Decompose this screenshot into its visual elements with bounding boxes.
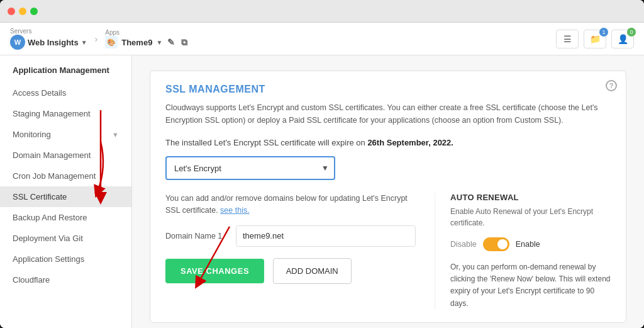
- folder-icon: 📁: [590, 34, 601, 44]
- sidebar-item-staging[interactable]: Staging Management: [0, 103, 131, 124]
- content-area: Application Management Access Details St…: [0, 55, 644, 328]
- add-domain-button[interactable]: ADD DOMAIN: [273, 258, 352, 284]
- external-link-icon[interactable]: ⧉: [180, 36, 189, 49]
- user-icon: 👤: [618, 34, 628, 44]
- list-view-button[interactable]: ☰: [556, 30, 579, 48]
- see-this-link[interactable]: see this.: [220, 206, 250, 215]
- maximize-button[interactable]: [30, 8, 38, 15]
- domain-instruction: You can add and/or remove domains below …: [165, 193, 416, 217]
- list-icon: ☰: [564, 34, 572, 44]
- servers-label: Servers: [10, 28, 31, 35]
- app-selector[interactable]: 🎨 Theme9 ▼ ✎ ⧉: [105, 36, 189, 49]
- breadcrumb: Servers W Web Insights ▼ › Apps 🎨 Theme9…: [10, 28, 189, 50]
- minimize-button[interactable]: [19, 8, 26, 15]
- sidebar-label-cloudflare: Cloudflare: [13, 275, 50, 285]
- domain-instruction-text: You can add and/or remove domains below …: [165, 194, 408, 215]
- chevron-down-icon: ▼: [112, 131, 119, 139]
- sidebar-item-ssl[interactable]: SSL Certificate: [0, 186, 131, 207]
- sidebar-label-staging: Staging Management: [13, 109, 91, 118]
- expiry-notice: The installed Let's Encrypt SSL certific…: [165, 138, 611, 147]
- enable-label: Enable: [516, 240, 540, 249]
- sidebar-item-deployment[interactable]: Deployment Via Git: [0, 228, 131, 249]
- user-button[interactable]: 👤 0: [611, 30, 634, 48]
- topnav-right: ☰ 📁 1 👤 0: [556, 30, 634, 48]
- toggle-track[interactable]: [483, 237, 509, 251]
- server-icon: W: [10, 35, 25, 50]
- server-section: Servers W Web Insights ▼: [10, 28, 87, 50]
- domain-input[interactable]: [236, 225, 416, 247]
- folder-button[interactable]: 📁 1: [584, 30, 606, 48]
- sidebar-label-backup: Backup And Restore: [13, 213, 87, 222]
- expiry-date: 26th September, 2022.: [367, 138, 453, 147]
- sidebar-label-deployment: Deployment Via Git: [13, 234, 83, 243]
- toggle-row: Disable Enable: [450, 237, 611, 251]
- sidebar-item-app-settings[interactable]: Application Settings: [0, 249, 131, 269]
- app-section: Apps 🎨 Theme9 ▼ ✎ ⧉: [105, 29, 189, 49]
- sidebar-label-cron: Cron Job Management: [13, 171, 96, 181]
- auto-renewal-toggle[interactable]: [483, 237, 509, 251]
- disable-label: Disable: [450, 240, 477, 249]
- server-selector[interactable]: W Web Insights ▼: [10, 35, 87, 50]
- two-col-layout: You can add and/or remove domains below …: [165, 193, 611, 310]
- renew-description: Or, you can perform on-demand renewal by…: [450, 261, 611, 310]
- domain-name-label: Domain Name 1: [165, 232, 228, 240]
- toggle-thumb: [497, 239, 508, 249]
- expiry-prefix: The installed Let's Encrypt SSL certific…: [165, 138, 367, 147]
- titlebar: [0, 0, 644, 23]
- breadcrumb-arrow: ›: [95, 34, 98, 44]
- ssl-description: Cloudways supports Let's Encrypt and cus…: [165, 101, 611, 127]
- ssl-card: ? SSL MANAGEMENT Cloudways supports Let'…: [150, 71, 626, 323]
- sidebar-item-monitoring[interactable]: Monitoring ▼: [0, 124, 131, 145]
- ssl-select[interactable]: Let's Encrypt Custom SSL: [165, 156, 335, 180]
- sidebar-label-domain: Domain Management: [13, 150, 91, 160]
- sidebar-item-backup[interactable]: Backup And Restore: [0, 207, 131, 228]
- domain-row: Domain Name 1: [165, 225, 416, 247]
- auto-renewal-title: AUTO RENEWAL: [450, 193, 611, 202]
- auto-renewal-desc: Enable Auto Renewal of your Let's Encryp…: [450, 206, 611, 229]
- sidebar-item-cloudflare[interactable]: Cloudflare: [0, 269, 131, 290]
- app-dropdown-arrow: ▼: [156, 39, 162, 46]
- sidebar-item-access-details[interactable]: Access Details: [0, 82, 131, 103]
- user-badge: 0: [627, 28, 636, 37]
- sidebar-label-ssl: SSL Certificate: [13, 192, 67, 201]
- sidebar-heading: Application Management: [0, 65, 131, 82]
- topnav: Servers W Web Insights ▼ › Apps 🎨 Theme9…: [0, 23, 644, 55]
- server-dropdown-arrow: ▼: [81, 39, 87, 46]
- traffic-lights: [8, 8, 38, 15]
- server-name-text: Web Insights: [28, 38, 79, 47]
- app-name-text: Theme9: [121, 38, 152, 47]
- action-buttons: SAVE CHANGES ADD DOMAIN: [165, 258, 416, 284]
- sidebar-label-app-settings: Application Settings: [13, 254, 84, 264]
- sidebar-item-cron[interactable]: Cron Job Management: [0, 166, 131, 186]
- apps-label: Apps: [105, 29, 189, 36]
- sidebar-label-monitoring: Monitoring: [13, 130, 51, 139]
- main-content: ? SSL MANAGEMENT Cloudways supports Let'…: [132, 55, 644, 328]
- page-title: SSL MANAGEMENT: [165, 84, 611, 95]
- sidebar-label-access-details: Access Details: [13, 88, 66, 98]
- save-changes-button[interactable]: SAVE CHANGES: [165, 259, 264, 283]
- sidebar-item-domain[interactable]: Domain Management: [0, 145, 131, 166]
- ssl-type-selector[interactable]: Let's Encrypt Custom SSL ▼: [165, 156, 335, 180]
- help-icon[interactable]: ?: [606, 80, 617, 91]
- close-button[interactable]: [8, 8, 15, 15]
- folder-badge: 1: [599, 28, 608, 37]
- app-icon: 🎨: [105, 36, 118, 48]
- left-column: You can add and/or remove domains below …: [165, 193, 416, 284]
- right-column: AUTO RENEWAL Enable Auto Renewal of your…: [435, 193, 611, 310]
- sidebar: Application Management Access Details St…: [0, 55, 132, 328]
- edit-icon[interactable]: ✎: [166, 36, 176, 48]
